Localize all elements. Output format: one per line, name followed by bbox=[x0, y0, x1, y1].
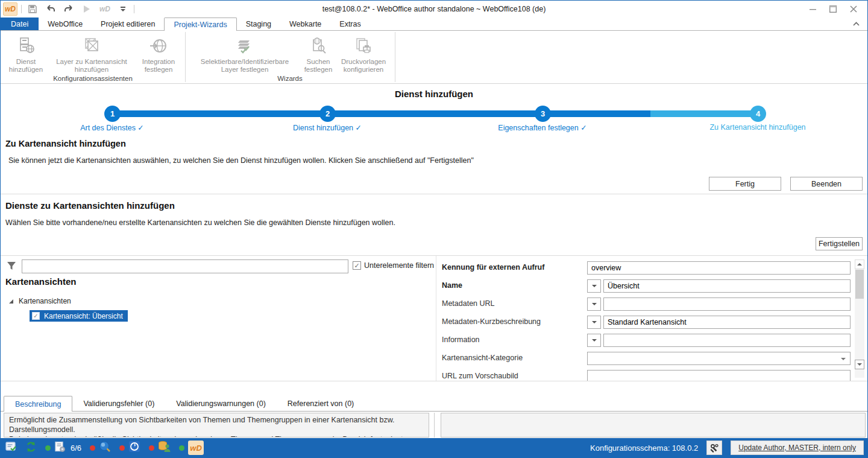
undo-icon[interactable] bbox=[43, 2, 58, 16]
tree-child-label: Kartenansicht: Übersicht bbox=[44, 312, 123, 320]
fertigstellen-button[interactable]: Fertigstellen bbox=[816, 237, 863, 250]
information-input[interactable] bbox=[603, 334, 851, 347]
add-layer-to-mapview-icon bbox=[81, 36, 102, 56]
fertig-button[interactable]: Fertig bbox=[709, 177, 781, 191]
tab-staging[interactable]: Staging bbox=[237, 17, 280, 30]
name-dropdown-button[interactable] bbox=[587, 279, 601, 293]
save-icon[interactable] bbox=[25, 2, 40, 16]
weboffice-disabled-icon: wD bbox=[98, 2, 112, 16]
project-saved-icon[interactable] bbox=[5, 441, 17, 455]
run-icon[interactable] bbox=[80, 2, 94, 16]
maximize-button[interactable] bbox=[823, 1, 843, 17]
form-row-kennung: Kennung für externen Aufruf bbox=[441, 261, 852, 275]
name-input[interactable] bbox=[603, 279, 851, 293]
tab-extras[interactable]: Extras bbox=[330, 17, 370, 30]
app-logo-icon[interactable]: wD bbox=[3, 2, 17, 16]
bottom-tab-bar: Beschreibung Validierungsfehler (0) Vali… bbox=[1, 396, 867, 412]
section-text: Wählen Sie bitte vorhandene/neu erstellt… bbox=[5, 218, 395, 227]
tree-heading: Kartenansichten bbox=[5, 276, 77, 287]
tab-projekt-wizards[interactable]: Projekt-Wizards bbox=[164, 17, 236, 31]
close-button[interactable] bbox=[843, 1, 864, 17]
filter-input[interactable] bbox=[22, 259, 348, 273]
tab-webkarte[interactable]: Webkarte bbox=[280, 17, 330, 30]
checkbox-checked-icon[interactable]: ✓ bbox=[32, 312, 40, 320]
quick-access-toolbar: wD wD bbox=[3, 2, 134, 16]
tab-referenziert-von[interactable]: Referenziert von (0) bbox=[277, 396, 365, 411]
ribbon-group-label: Wizards bbox=[187, 75, 392, 83]
tab-validierungsfehler[interactable]: Validierungsfehler (0) bbox=[72, 396, 165, 411]
scrollbar-thumb[interactable] bbox=[855, 270, 864, 299]
filter-checkbox-label: Unterelemente filtern bbox=[364, 261, 434, 270]
scroll-up-icon[interactable] bbox=[855, 259, 864, 269]
add-service-icon bbox=[16, 36, 36, 56]
suchen-festlegen-button[interactable]: Suchen festlegen bbox=[300, 34, 337, 75]
filter-subelements-checkbox[interactable]: ✓ Unterelemente filtern bbox=[353, 261, 434, 270]
weboffice-icon[interactable]: wD bbox=[188, 441, 204, 455]
status-dot-green bbox=[179, 445, 184, 451]
kennung-input[interactable] bbox=[587, 261, 851, 275]
tab-weboffice[interactable]: WebOffice bbox=[39, 17, 92, 30]
tab-projekt-editieren[interactable]: Projekt editieren bbox=[92, 17, 164, 30]
integration-festlegen-button[interactable]: Integration festlegen bbox=[136, 34, 181, 75]
wizard-progress-current bbox=[650, 110, 758, 117]
dienst-hinzufuegen-button[interactable]: Dienst hinzufügen bbox=[4, 34, 48, 75]
field-label: Information bbox=[442, 336, 480, 344]
geoprocessing-status bbox=[119, 441, 140, 455]
kurzbeschreibung-input[interactable] bbox=[603, 316, 851, 329]
form-scrollbar[interactable] bbox=[855, 259, 864, 378]
search-service-icon[interactable] bbox=[99, 441, 111, 455]
tree-expander-icon[interactable] bbox=[9, 299, 13, 304]
wizard-step-3-label: Eigenschaften festlegen ✓ bbox=[446, 123, 639, 132]
tree-root-node[interactable]: Kartenansichten bbox=[9, 297, 71, 305]
information-dropdown-button[interactable] bbox=[587, 334, 601, 347]
tab-beschreibung[interactable]: Beschreibung bbox=[4, 396, 72, 412]
filter-icon bbox=[6, 261, 17, 274]
wizard-step-4-circle[interactable]: 4 bbox=[750, 106, 766, 122]
panel-splitter[interactable] bbox=[434, 413, 435, 437]
wizard-step-2-label: Dienst hinzufügen ✓ bbox=[231, 123, 424, 132]
vorschaubild-input[interactable] bbox=[587, 370, 851, 381]
search-status bbox=[90, 441, 111, 455]
checkbox-checked-icon[interactable]: ✓ bbox=[353, 261, 361, 270]
update-author-button[interactable]: Update Author, MASTER, intern only bbox=[731, 441, 864, 455]
layer-zu-kartenansicht-button[interactable]: Layer zu Kartenansicht hinzufügen bbox=[48, 34, 136, 75]
selektierbare-layer-button[interactable]: Selektierbare/Identifizierbare Layer fes… bbox=[190, 34, 300, 75]
kurzbeschreibung-dropdown-button[interactable] bbox=[587, 316, 601, 329]
status-dot-red bbox=[149, 445, 154, 451]
wizard-step-3-circle[interactable]: 3 bbox=[535, 106, 551, 122]
sync-icon[interactable] bbox=[25, 441, 37, 455]
database-user-icon[interactable] bbox=[158, 441, 171, 455]
kategorie-combobox[interactable] bbox=[587, 352, 851, 365]
metadaten-url-dropdown-button[interactable] bbox=[587, 297, 601, 311]
search-config-icon bbox=[308, 36, 329, 56]
weboffice-status: wD bbox=[179, 441, 204, 455]
section-title: Dienste zu Kartenansichten hinzufügen bbox=[5, 200, 175, 211]
tools-button[interactable] bbox=[706, 441, 722, 455]
wizard-step-2-circle[interactable]: 2 bbox=[319, 106, 336, 122]
ribbon-group-label: Konfigurationsassistenten bbox=[3, 75, 183, 83]
druckvorlagen-button[interactable]: Druckvorlagen konfigurieren bbox=[337, 34, 390, 75]
compass-service-icon[interactable] bbox=[128, 441, 140, 455]
description-box: Ermöglicht die Zusammenstellung von Sich… bbox=[4, 413, 429, 437]
metadaten-url-input[interactable] bbox=[603, 297, 851, 311]
tab-validierungswarnungen[interactable]: Validierungswarnungen (0) bbox=[165, 396, 276, 411]
customize-toolbar-icon[interactable] bbox=[116, 2, 130, 16]
redo-icon[interactable] bbox=[61, 2, 76, 16]
integration-globe-icon bbox=[148, 36, 169, 56]
beenden-button[interactable]: Beenden bbox=[790, 177, 863, 191]
field-label: Metadaten-Kurzbeschreibung bbox=[442, 317, 541, 326]
collapse-ribbon-icon[interactable] bbox=[851, 19, 861, 29]
tree-child-node-selected[interactable]: ✓ Kartenansicht: Übersicht bbox=[30, 310, 128, 322]
description-text: Ermöglicht die Zusammenstellung von Sich… bbox=[9, 415, 424, 434]
services-icon[interactable] bbox=[54, 441, 66, 455]
wizard-step-1-label: Art des Dienstes ✓ bbox=[16, 123, 209, 132]
wizard-step-1-circle[interactable]: 1 bbox=[104, 106, 121, 122]
ribbon: Dienst hinzufügen Layer zu Kartenansicht… bbox=[1, 31, 867, 84]
minimize-button[interactable] bbox=[802, 1, 823, 17]
title-bar: wD wD test@108.0.2* - WebOffice author s… bbox=[1, 1, 867, 17]
pane-divider bbox=[436, 256, 436, 381]
field-label: Metadaten URL bbox=[442, 299, 495, 308]
selectable-layers-icon bbox=[234, 36, 255, 56]
tab-datei[interactable]: Datei bbox=[1, 17, 39, 30]
scroll-down-icon[interactable] bbox=[855, 360, 864, 369]
